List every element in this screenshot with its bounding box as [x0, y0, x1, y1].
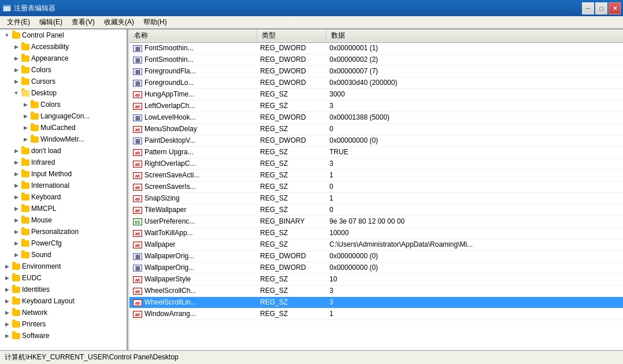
- reg-type-icon: ab: [133, 311, 142, 318]
- tree-node-cp[interactable]: ▼Control Panel: [0, 29, 127, 41]
- tree-node-mouse[interactable]: ▶Mouse: [0, 214, 127, 226]
- tree-node-muicached[interactable]: ▶MuiCached: [0, 122, 127, 133]
- tree-expander[interactable]: ▶: [12, 65, 21, 75]
- tree-node-environment[interactable]: ▶Environment: [0, 261, 127, 272]
- tree-node-desktop[interactable]: ▼Desktop: [0, 87, 127, 99]
- table-row[interactable]: abPattern Upgra...REG_SZTRUE: [129, 146, 623, 158]
- tree-node-powercfg[interactable]: ▶PowerCfg: [0, 237, 127, 249]
- table-row[interactable]: abWaitToKillApp...REG_SZ10000: [129, 227, 623, 239]
- tree-expander[interactable]: ▶: [12, 54, 21, 63]
- tree-expander[interactable]: ▶: [12, 216, 21, 225]
- tree-expander[interactable]: ▼: [12, 88, 21, 98]
- tree-node-cursors[interactable]: ▶Cursors: [0, 76, 127, 87]
- table-row[interactable]: abRightOverlapC...REG_SZ3: [129, 158, 623, 169]
- close-button[interactable]: ✕: [609, 2, 621, 14]
- tree-node-network[interactable]: ▶Network: [0, 307, 127, 318]
- cell-type: REG_SZ: [257, 158, 326, 169]
- tree-expander[interactable]: ▶: [21, 123, 30, 132]
- tree-node-windowmetr[interactable]: ▶WindowMetr...: [0, 133, 127, 145]
- table-row[interactable]: abScreenSaveActi...REG_SZ1: [129, 169, 623, 181]
- tree-expander[interactable]: ▶: [2, 262, 12, 271]
- col-name[interactable]: 名称: [129, 29, 257, 42]
- tree-node-appearance[interactable]: ▶Appearance: [0, 53, 127, 64]
- table-row[interactable]: abWindowArrang...REG_SZ1: [129, 308, 623, 320]
- menu-view[interactable]: 查看(V): [67, 16, 99, 28]
- cell-type: REG_SZ: [257, 273, 326, 285]
- tree-node-eudc[interactable]: ▶EUDC: [0, 272, 127, 284]
- tree-node-keyboardlayout[interactable]: ▶Keyboard Layout: [0, 295, 127, 307]
- cell-name: abWindowArrang...: [129, 308, 257, 320]
- table-row[interactable]: ⊞ForegroundFla...REG_DWORD0x00000007 (7): [129, 65, 623, 77]
- table-row[interactable]: abSnapSizingREG_SZ1: [129, 192, 623, 204]
- table-row[interactable]: abMenuShowDelayREG_SZ0: [129, 123, 623, 135]
- table-row[interactable]: abWallpaperStyleREG_SZ10: [129, 273, 623, 285]
- table-row[interactable]: abHungAppTime...REG_SZ3000: [129, 88, 623, 100]
- table-row[interactable]: abLeftOverlapCh...REG_SZ3: [129, 100, 623, 112]
- tree-expander[interactable]: ▶: [12, 169, 21, 179]
- tree-node-sound[interactable]: ▶Sound: [0, 249, 127, 261]
- tree-node-printers[interactable]: ▶Printers: [0, 318, 127, 330]
- menu-file[interactable]: 文件(E): [2, 16, 35, 28]
- table-row[interactable]: 01UserPreferenc...REG_BINARY9e 3e 07 80 …: [129, 216, 623, 227]
- table-row[interactable]: ⊞ForegroundLo...REG_DWORD0x00030d40 (200…: [129, 77, 623, 88]
- table-row[interactable]: abTileWallpaperREG_SZ0: [129, 204, 623, 216]
- tree-expander[interactable]: ▶: [12, 146, 21, 155]
- tree-expander[interactable]: ▶: [21, 135, 30, 144]
- tree-node-infrared[interactable]: ▶Infrared: [0, 157, 127, 168]
- table-row[interactable]: abWallpaperREG_SZC:\Users\Administrator\…: [129, 239, 623, 250]
- tree-expander[interactable]: ▶: [12, 227, 21, 236]
- tree-node-accessibility[interactable]: ▶Accessibility: [0, 41, 127, 53]
- tree-expander[interactable]: ▶: [12, 192, 21, 202]
- registry-table-container[interactable]: 名称 类型 数据 ⊞FontSmoothin...REG_DWORD0x0000…: [129, 29, 623, 350]
- tree-expander[interactable]: ▶: [21, 100, 30, 109]
- table-row[interactable]: ⊞FontSmoothin...REG_DWORD0x00000001 (1): [129, 42, 623, 54]
- tree-expander[interactable]: ▶: [12, 250, 21, 259]
- tree-expander[interactable]: ▶: [12, 204, 21, 213]
- cell-type: REG_SZ: [257, 227, 326, 239]
- tree-node-personalization[interactable]: ▶Personalization: [0, 226, 127, 237]
- table-row[interactable]: ⊞LowLevelHook...REG_DWORD0x00001388 (500…: [129, 112, 623, 123]
- tree-expander[interactable]: ▼: [2, 31, 12, 40]
- menu-help[interactable]: 帮助(H): [139, 16, 172, 28]
- menu-edit[interactable]: 编辑(E): [35, 16, 67, 28]
- tree-expander[interactable]: ▶: [2, 331, 12, 340]
- tree-node-identities[interactable]: ▶Identities: [0, 284, 127, 295]
- menu-favorites[interactable]: 收藏夹(A): [99, 16, 139, 28]
- tree-expander[interactable]: ▶: [12, 239, 21, 248]
- tree-expander[interactable]: ▶: [2, 308, 12, 317]
- maximize-button[interactable]: □: [595, 2, 607, 14]
- tree-node-inputmethod[interactable]: ▶Input Method: [0, 168, 127, 180]
- tree-node-colors[interactable]: ▶Colors: [0, 64, 127, 76]
- folder-icon: [21, 54, 30, 63]
- tree-node-label: Network: [22, 309, 47, 317]
- tree-expander[interactable]: ▶: [2, 285, 12, 294]
- tree-node-software[interactable]: ▶Software: [0, 330, 127, 341]
- table-row[interactable]: abScreenSaverIs...REG_SZ0: [129, 181, 623, 192]
- tree-node-international[interactable]: ▶International: [0, 180, 127, 191]
- tree-node-mmcpl[interactable]: ▶MMCPL: [0, 203, 127, 214]
- cell-data: 9e 3e 07 80 12 00 00 00: [326, 216, 623, 227]
- tree-expander[interactable]: ▶: [12, 181, 21, 190]
- table-row[interactable]: ⊞FontSmoothin...REG_DWORD0x00000002 (2): [129, 54, 623, 65]
- tree-panel[interactable]: ▼Control Panel▶Accessibility▶Appearance▶…: [0, 29, 127, 350]
- tree-expander[interactable]: ▶: [12, 77, 21, 86]
- table-row[interactable]: ⊞PaintDesktopV...REG_DWORD0x00000000 (0): [129, 135, 623, 146]
- tree-expander[interactable]: ▶: [12, 158, 21, 167]
- tree-expander[interactable]: ▶: [12, 42, 21, 51]
- tree-expander[interactable]: ▶: [2, 296, 12, 306]
- tree-node-desktop-colors[interactable]: ▶Colors: [0, 99, 127, 110]
- table-row[interactable]: ⊞WallpaperOrig...REG_DWORD0x00000000 (0): [129, 250, 623, 262]
- tree-expander[interactable]: ▶: [2, 273, 12, 283]
- tree-node-languagecon[interactable]: ▶LanguageCon...: [0, 110, 127, 122]
- table-row[interactable]: abWheelScrollCh...REG_SZ3: [129, 285, 623, 296]
- table-row[interactable]: ⊞WallpaperOrig...REG_DWORD0x00000000 (0): [129, 262, 623, 273]
- minimize-button[interactable]: ─: [582, 2, 594, 14]
- col-type[interactable]: 类型: [257, 29, 326, 42]
- folder-icon: [21, 239, 30, 248]
- tree-node-dontload[interactable]: ▶don't load: [0, 145, 127, 157]
- tree-node-keyboard[interactable]: ▶Keyboard: [0, 191, 127, 203]
- tree-expander[interactable]: ▶: [2, 320, 12, 329]
- col-data[interactable]: 数据: [326, 29, 623, 42]
- table-row[interactable]: abWheelScrollLin...REG_SZ3: [129, 296, 623, 308]
- tree-expander[interactable]: ▶: [21, 112, 30, 121]
